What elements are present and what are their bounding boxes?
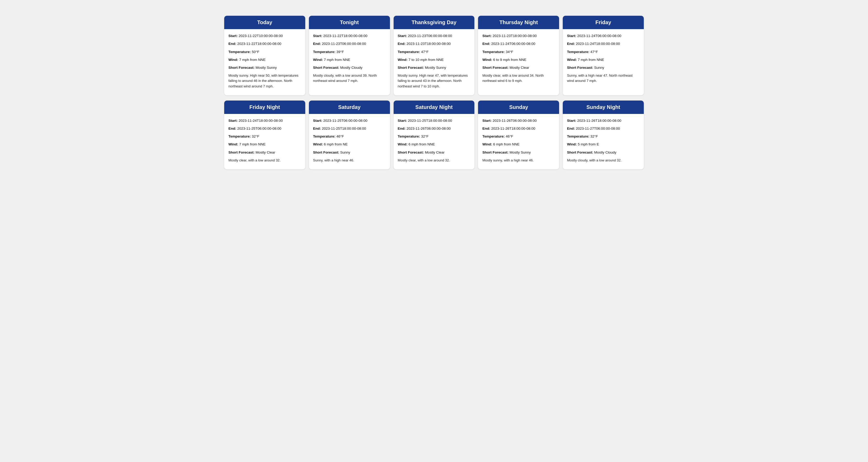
thanksgiving-detail: Mostly sunny. High near 47, with tempera… [398, 73, 470, 89]
card-header-sunday: Sunday [478, 100, 559, 114]
friday-detail: Sunny, with a high near 47. North northe… [567, 73, 640, 84]
sunday-shortForecast: Short Forecast: Mostly Sunny [482, 150, 555, 155]
saturday-shortForecast: Short Forecast: Sunny [313, 150, 386, 155]
saturday-night-shortForecast: Short Forecast: Mostly Clear [398, 150, 470, 155]
forecast-card-friday-night: Friday NightStart: 2023-11-24T18:00:00-0… [224, 100, 305, 169]
card-body-saturday: Start: 2023-11-25T06:00:00-08:00End: 202… [309, 114, 390, 169]
forecast-card-today: TodayStart: 2023-11-22T10:00:00-08:00End… [224, 16, 305, 95]
card-header-thursday-night: Thursday Night [478, 16, 559, 29]
sunday-temperature: Temperature: 46°F [482, 134, 555, 139]
card-body-thanksgiving: Start: 2023-11-23T06:00:00-08:00End: 202… [394, 29, 475, 95]
sunday-wind: Wind: 6 mph from NNE [482, 142, 555, 147]
sunday-night-end: End: 2023-11-27T06:00:00-08:00 [567, 126, 640, 131]
sunday-night-temperature: Temperature: 32°F [567, 134, 640, 139]
card-body-friday-night: Start: 2023-11-24T18:00:00-08:00End: 202… [224, 114, 305, 169]
thanksgiving-start: Start: 2023-11-23T06:00:00-08:00 [398, 33, 470, 38]
card-header-today: Today [224, 16, 305, 29]
card-header-thanksgiving: Thanksgiving Day [394, 16, 475, 29]
card-body-sunday: Start: 2023-11-26T06:00:00-08:00End: 202… [478, 114, 559, 169]
friday-wind: Wind: 7 mph from NNE [567, 57, 640, 62]
forecast-card-thursday-night: Thursday NightStart: 2023-11-23T18:00:00… [478, 16, 559, 95]
friday-temperature: Temperature: 47°F [567, 49, 640, 55]
saturday-night-detail: Mostly clear, with a low around 32. [398, 158, 470, 163]
thursday-night-shortForecast: Short Forecast: Mostly Clear [482, 65, 555, 70]
sunday-night-shortForecast: Short Forecast: Mostly Cloudy [567, 150, 640, 155]
forecast-card-saturday: SaturdayStart: 2023-11-25T06:00:00-08:00… [309, 100, 390, 169]
friday-end: End: 2023-11-24T18:00:00-08:00 [567, 41, 640, 47]
forecast-card-tonight: TonightStart: 2023-11-22T18:00:00-08:00E… [309, 16, 390, 95]
card-header-sunday-night: Sunday Night [563, 100, 644, 114]
friday-night-start: Start: 2023-11-24T18:00:00-08:00 [228, 118, 301, 123]
friday-night-detail: Mostly clear, with a low around 32. [228, 158, 301, 163]
card-header-saturday-night: Saturday Night [394, 100, 475, 114]
sunday-detail: Mostly sunny, with a high near 46. [482, 158, 555, 163]
friday-shortForecast: Short Forecast: Sunny [567, 65, 640, 70]
saturday-temperature: Temperature: 46°F [313, 134, 386, 139]
forecast-card-friday: FridayStart: 2023-11-24T06:00:00-08:00En… [563, 16, 644, 95]
saturday-detail: Sunny, with a high near 46. [313, 158, 386, 163]
today-start: Start: 2023-11-22T10:00:00-08:00 [228, 33, 301, 38]
friday-night-end: End: 2023-11-25T06:00:00-08:00 [228, 126, 301, 131]
today-end: End: 2023-11-22T18:00:00-08:00 [228, 41, 301, 47]
card-body-saturday-night: Start: 2023-11-25T18:00:00-08:00End: 202… [394, 114, 475, 169]
card-header-saturday: Saturday [309, 100, 390, 114]
thanksgiving-temperature: Temperature: 47°F [398, 49, 470, 55]
tonight-detail: Mostly cloudy, with a low around 39. Nor… [313, 73, 386, 84]
tonight-start: Start: 2023-11-22T18:00:00-08:00 [313, 33, 386, 38]
thanksgiving-wind: Wind: 7 to 10 mph from NNE [398, 57, 470, 62]
card-body-tonight: Start: 2023-11-22T18:00:00-08:00End: 202… [309, 29, 390, 90]
forecast-card-sunday-night: Sunday NightStart: 2023-11-26T18:00:00-0… [563, 100, 644, 169]
card-header-tonight: Tonight [309, 16, 390, 29]
saturday-end: End: 2023-11-25T18:00:00-08:00 [313, 126, 386, 131]
friday-night-shortForecast: Short Forecast: Mostly Clear [228, 150, 301, 155]
tonight-wind: Wind: 7 mph from NNE [313, 57, 386, 62]
today-wind: Wind: 7 mph from NNE [228, 57, 301, 62]
saturday-start: Start: 2023-11-25T06:00:00-08:00 [313, 118, 386, 123]
card-header-friday: Friday [563, 16, 644, 29]
card-body-thursday-night: Start: 2023-11-23T18:00:00-08:00End: 202… [478, 29, 559, 90]
saturday-night-start: Start: 2023-11-25T18:00:00-08:00 [398, 118, 470, 123]
thursday-night-end: End: 2023-11-24T06:00:00-08:00 [482, 41, 555, 47]
sunday-night-detail: Mostly cloudy, with a low around 32. [567, 158, 640, 163]
tonight-end: End: 2023-11-23T06:00:00-08:00 [313, 41, 386, 47]
thursday-night-temperature: Temperature: 34°F [482, 49, 555, 55]
friday-night-temperature: Temperature: 32°F [228, 134, 301, 139]
forecast-row-1: Friday NightStart: 2023-11-24T18:00:00-0… [224, 100, 644, 169]
thursday-night-detail: Mostly clear, with a low around 34. Nort… [482, 73, 555, 84]
forecast-card-thanksgiving: Thanksgiving DayStart: 2023-11-23T06:00:… [394, 16, 475, 95]
sunday-night-start: Start: 2023-11-26T18:00:00-08:00 [567, 118, 640, 123]
saturday-night-wind: Wind: 6 mph from NNE [398, 142, 470, 147]
thanksgiving-shortForecast: Short Forecast: Mostly Sunny [398, 65, 470, 70]
card-body-sunday-night: Start: 2023-11-26T18:00:00-08:00End: 202… [563, 114, 644, 169]
card-body-friday: Start: 2023-11-24T06:00:00-08:00End: 202… [563, 29, 644, 90]
today-shortForecast: Short Forecast: Mostly Sunny [228, 65, 301, 70]
forecast-card-saturday-night: Saturday NightStart: 2023-11-25T18:00:00… [394, 100, 475, 169]
card-body-today: Start: 2023-11-22T10:00:00-08:00End: 202… [224, 29, 305, 95]
card-header-friday-night: Friday Night [224, 100, 305, 114]
thursday-night-start: Start: 2023-11-23T18:00:00-08:00 [482, 33, 555, 38]
saturday-night-temperature: Temperature: 32°F [398, 134, 470, 139]
sunday-end: End: 2023-11-26T18:00:00-08:00 [482, 126, 555, 131]
forecast-row-0: TodayStart: 2023-11-22T10:00:00-08:00End… [224, 16, 644, 95]
friday-start: Start: 2023-11-24T06:00:00-08:00 [567, 33, 640, 38]
friday-night-wind: Wind: 7 mph from NNE [228, 142, 301, 147]
thursday-night-wind: Wind: 6 to 9 mph from NNE [482, 57, 555, 62]
forecast-card-sunday: SundayStart: 2023-11-26T06:00:00-08:00En… [478, 100, 559, 169]
saturday-wind: Wind: 6 mph from NE [313, 142, 386, 147]
sunday-start: Start: 2023-11-26T06:00:00-08:00 [482, 118, 555, 123]
today-temperature: Temperature: 50°F [228, 49, 301, 55]
saturday-night-end: End: 2023-11-26T06:00:00-08:00 [398, 126, 470, 131]
tonight-shortForecast: Short Forecast: Mostly Cloudy [313, 65, 386, 70]
sunday-night-wind: Wind: 5 mph from E [567, 142, 640, 147]
thanksgiving-end: End: 2023-11-23T18:00:00-08:00 [398, 41, 470, 47]
today-detail: Mostly sunny. High near 50, with tempera… [228, 73, 301, 89]
tonight-temperature: Temperature: 39°F [313, 49, 386, 55]
